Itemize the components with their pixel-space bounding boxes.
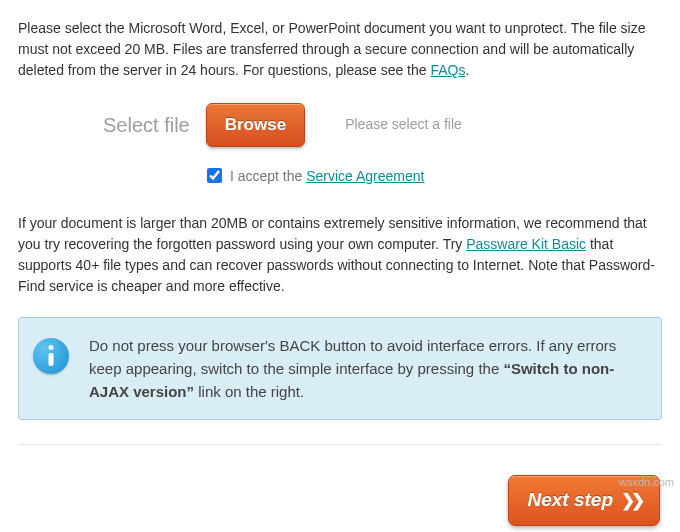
- passware-kit-link[interactable]: Passware Kit Basic: [466, 236, 586, 252]
- agreement-checkbox[interactable]: [207, 168, 222, 183]
- watermark: wsxdn.com: [619, 474, 674, 491]
- chevron-right-icon: ❯❯: [621, 488, 641, 514]
- faqs-link[interactable]: FAQs: [430, 62, 465, 78]
- next-step-label: Next step: [527, 486, 613, 515]
- select-file-row: Select file Browse Please select a file: [103, 103, 662, 147]
- select-file-hint: Please select a file: [345, 114, 462, 135]
- intro-text: Please select the Microsoft Word, Excel,…: [18, 18, 662, 81]
- info-icon: [33, 338, 69, 374]
- divider: [18, 444, 662, 445]
- next-row: Next step ❯❯: [18, 475, 662, 526]
- service-agreement-link[interactable]: Service Agreement: [306, 168, 424, 184]
- agreement-row: I accept the Service Agreement: [203, 165, 662, 187]
- select-file-label: Select file: [103, 110, 190, 140]
- intro-before: Please select the Microsoft Word, Excel,…: [18, 20, 645, 78]
- recommendation-text: If your document is larger than 20MB or …: [18, 213, 662, 297]
- info-text: Do not press your browser's BACK button …: [89, 334, 641, 404]
- info-box: Do not press your browser's BACK button …: [18, 317, 662, 421]
- browse-button[interactable]: Browse: [206, 103, 305, 147]
- intro-after: .: [465, 62, 469, 78]
- agreement-prefix: I accept the: [230, 168, 306, 184]
- info-part2: link on the right.: [194, 383, 304, 400]
